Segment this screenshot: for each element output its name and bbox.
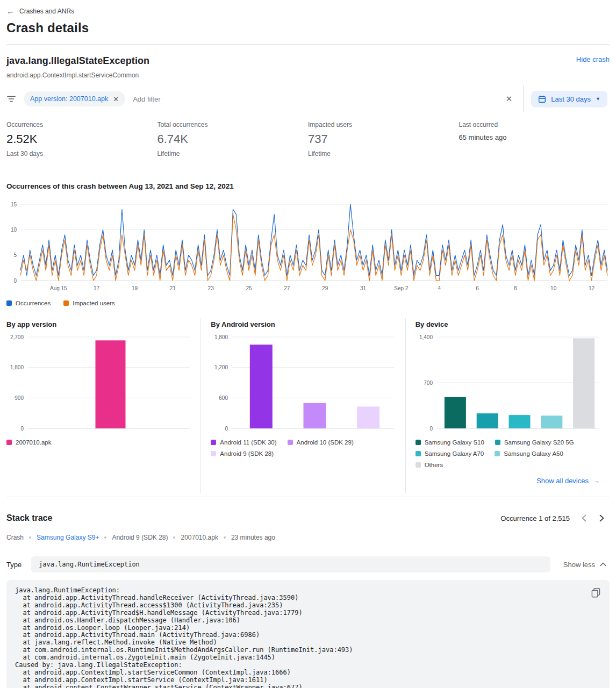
svg-text:Aug 15: Aug 15	[50, 285, 67, 291]
stat-value: 65 minutes ago	[459, 133, 610, 141]
svg-text:27: 27	[284, 285, 290, 291]
exception-type-value: java.lang.RuntimeException	[39, 561, 140, 568]
svg-text:0: 0	[20, 426, 24, 432]
stat-last-occurred: Last occurred 65 minutes ago	[459, 121, 610, 157]
legend-label: 2007010.apk	[16, 439, 52, 446]
legend-swatch-icon	[63, 300, 69, 306]
legend-label: Android 11 (SDK 30)	[220, 439, 276, 446]
stat-total-occurrences: Total occurrences 6.74K Lifetime	[157, 121, 309, 157]
svg-text:1,800: 1,800	[214, 334, 228, 340]
svg-text:5: 5	[13, 252, 17, 258]
legend-item: Android 9 (SDK 28)	[211, 450, 274, 457]
svg-text:25: 25	[246, 285, 252, 291]
svg-text:2,700: 2,700	[10, 334, 24, 340]
add-filter-button[interactable]: Add filter	[133, 95, 160, 103]
svg-text:6: 6	[476, 285, 479, 291]
next-occurrence-button[interactable]	[593, 510, 610, 526]
crash-title-block: java.lang.IllegalStateException android.…	[6, 55, 149, 79]
svg-text:1,200: 1,200	[214, 364, 228, 370]
stat-sublabel: Lifetime	[308, 150, 459, 157]
stat-label: Occurrences	[6, 121, 157, 128]
legend-label: Others	[425, 462, 443, 468]
date-range-button[interactable]: Last 30 days ▼	[531, 91, 607, 108]
svg-text:23: 23	[208, 285, 214, 291]
top-navigation: ← Crashes and ANRs Crash details	[6, 0, 610, 35]
svg-text:17: 17	[94, 285, 100, 291]
by-app-version-panel: By app version 09001,8002,700 2007010.ap…	[6, 318, 200, 493]
crash-header: java.lang.IllegalStateException android.…	[6, 45, 610, 79]
date-range-label: Last 30 days	[551, 95, 591, 103]
meta-time-ago: 23 minutes ago	[231, 534, 275, 541]
legend-item: Samsung Galaxy S10	[416, 439, 484, 446]
occurrence-navigation: Occurrence 1 of 2,515	[500, 510, 610, 526]
line-chart-legend: OccurrencesImpacted users	[6, 300, 610, 306]
stat-sublabel	[459, 145, 610, 153]
stack-trace-divider	[6, 497, 610, 497]
android-version-chart-box: 06001,2001,800	[211, 334, 395, 432]
crash-details-page: ← Crashes and ANRs Crash details java.la…	[0, 0, 616, 688]
svg-text:0: 0	[13, 278, 17, 284]
legend-swatch-icon	[495, 451, 500, 456]
legend-label: Samsung Galaxy S20 5G	[504, 439, 574, 446]
legend-swatch-icon	[416, 440, 421, 445]
meta-android-version: Android 9 (SDK 28)	[112, 534, 168, 541]
legend-swatch-icon	[6, 440, 12, 445]
legend-item: Android 10 (SDK 29)	[288, 439, 354, 446]
by-device-panel: By device 07001,400 Samsung Galaxy S10Sa…	[405, 318, 610, 493]
back-button[interactable]: ← Crashes and ANRs	[6, 7, 74, 15]
previous-occurrence-button[interactable]	[576, 510, 592, 526]
chip-remove-icon[interactable]: ✕	[113, 96, 119, 103]
legend-swatch-icon	[211, 451, 216, 456]
svg-text:0: 0	[225, 426, 228, 432]
filter-bar: App version: 2007010.apk ✕ Add filter ✕ …	[6, 85, 610, 112]
meta-app-version: 2007010.apk	[181, 534, 218, 541]
stats-row: Occurrences 2.52K Last 30 days Total occ…	[6, 121, 610, 157]
meta-crash-type: Crash	[6, 534, 24, 541]
legend-swatch-icon	[416, 451, 421, 456]
svg-text:0: 0	[429, 426, 433, 432]
legend-label: Samsung Galaxy S10	[425, 439, 484, 446]
meta-device-link[interactable]: Samsung Galaxy S9+	[37, 534, 99, 541]
stack-trace-block: java.lang.RuntimeException: at android.a…	[6, 580, 610, 688]
clear-filters-icon[interactable]: ✕	[506, 94, 513, 104]
legend-label: Samsung Galaxy A50	[504, 450, 563, 457]
timeline-section: Occurrences of this crash between Aug 13…	[6, 182, 610, 306]
stat-label: Last occurred	[459, 121, 610, 128]
bullet-separator	[173, 536, 175, 539]
copy-icon	[591, 587, 601, 598]
stack-trace-title: Stack trace	[6, 513, 52, 523]
back-arrow-icon: ←	[6, 7, 15, 15]
show-all-devices-label: Show all devices	[536, 477, 589, 485]
copy-button[interactable]	[589, 585, 603, 600]
android-version-legend: Android 11 (SDK 30)Android 10 (SDK 29)An…	[211, 439, 395, 457]
filter-chip-app-version[interactable]: App version: 2007010.apk ✕	[24, 91, 125, 106]
filter-chip-label: App version: 2007010.apk	[30, 95, 108, 103]
chevron-up-icon	[600, 562, 606, 567]
occurrences-line-chart: 051015Aug 151719212325272931Sep 24681012	[6, 201, 610, 293]
legend-item: Samsung Galaxy A70	[416, 450, 484, 457]
panel-title: By Android version	[211, 320, 395, 328]
devices-link-row: Show all devices →	[416, 477, 600, 485]
stat-value: 737	[308, 132, 459, 146]
app-version-bar-chart: 09001,8002,700	[6, 334, 191, 432]
stat-value: 2.52K	[6, 132, 157, 146]
legend-item: Samsung Galaxy A50	[495, 450, 563, 457]
bullet-separator	[104, 536, 106, 539]
show-all-devices-link[interactable]: Show all devices →	[536, 477, 600, 485]
legend-swatch-icon	[211, 440, 216, 445]
filter-icon	[6, 94, 16, 104]
svg-text:Sep 2: Sep 2	[394, 285, 409, 291]
arrow-right-icon: →	[593, 477, 600, 485]
breadcrumb: Crashes and ANRs	[19, 8, 74, 15]
stat-sublabel: Lifetime	[157, 150, 309, 157]
legend-swatch-icon	[416, 462, 421, 468]
hide-crash-button[interactable]: Hide crash	[576, 55, 610, 63]
stat-value: 6.74K	[157, 132, 309, 146]
exception-type-field[interactable]: java.lang.RuntimeException	[31, 556, 550, 572]
legend-swatch-icon	[495, 440, 500, 445]
stat-occurrences: Occurrences 2.52K Last 30 days	[6, 121, 157, 157]
show-less-button[interactable]: Show less	[563, 561, 606, 569]
bullet-separator	[224, 536, 226, 539]
svg-text:10: 10	[11, 227, 17, 233]
svg-text:31: 31	[360, 285, 367, 291]
